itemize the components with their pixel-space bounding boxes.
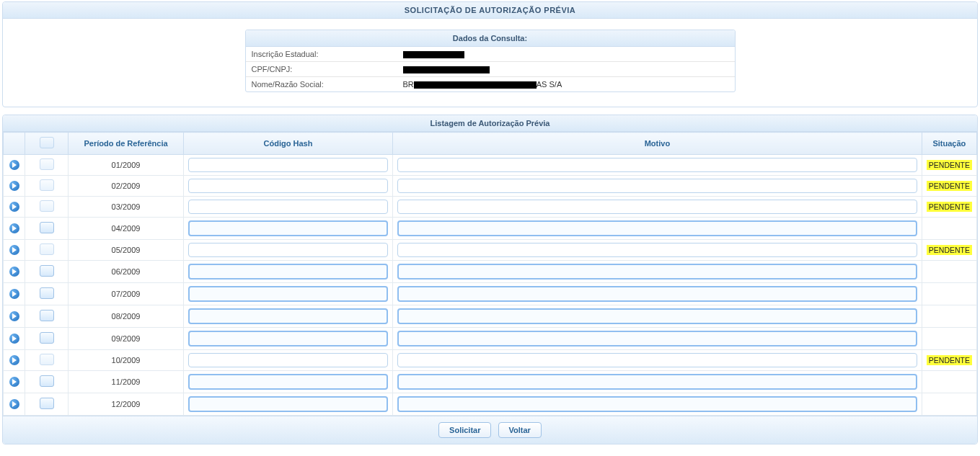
table-row: 12/2009 <box>4 393 977 416</box>
col-motivo-header: Motivo <box>393 133 922 155</box>
situacao-cell <box>922 305 976 328</box>
expand-row-icon[interactable] <box>9 289 19 299</box>
row-checkbox[interactable] <box>40 158 54 170</box>
motivo-input[interactable] <box>397 353 917 367</box>
row-checkbox[interactable] <box>40 310 54 321</box>
consulta-row: CPF/CNPJ: <box>246 62 735 77</box>
expand-row-icon[interactable] <box>9 181 19 191</box>
periodo-cell: 10/2009 <box>69 350 184 371</box>
row-checkbox[interactable] <box>40 287 54 299</box>
consulta-label: CPF/CNPJ: <box>246 62 397 76</box>
motivo-input[interactable] <box>397 308 917 324</box>
row-checkbox[interactable] <box>40 200 54 212</box>
periodo-cell: 12/2009 <box>69 393 184 416</box>
status-badge: PENDENTE <box>927 181 972 191</box>
codigo-hash-input[interactable] <box>188 220 388 236</box>
motivo-input[interactable] <box>397 200 917 214</box>
consulta-row: Inscrição Estadual: <box>246 47 735 62</box>
expand-row-icon[interactable] <box>9 160 19 170</box>
svg-marker-4 <box>12 247 17 253</box>
svg-marker-7 <box>12 313 17 319</box>
solicitar-button[interactable]: Solicitar <box>438 422 491 438</box>
row-checkbox[interactable] <box>40 222 54 233</box>
expand-row-icon[interactable] <box>9 267 19 277</box>
table-row: 09/2009 <box>4 328 977 350</box>
row-checkbox[interactable] <box>40 265 54 277</box>
situacao-cell: PENDENTE <box>922 350 976 371</box>
codigo-hash-input[interactable] <box>188 200 388 214</box>
codigo-hash-input[interactable] <box>188 374 388 390</box>
codigo-hash-input[interactable] <box>188 286 388 302</box>
listagem-panel: Listagem de Autorização Prévia Período d… <box>2 115 978 444</box>
row-checkbox[interactable] <box>40 354 54 365</box>
row-checkbox[interactable] <box>40 375 54 387</box>
motivo-input[interactable] <box>397 286 917 302</box>
periodo-cell: 05/2009 <box>69 240 184 261</box>
expand-row-icon[interactable] <box>9 355 19 365</box>
select-all-checkbox[interactable] <box>40 137 54 148</box>
listagem-title: Listagem de Autorização Prévia <box>3 115 977 132</box>
situacao-cell: PENDENTE <box>922 155 976 176</box>
col-hash-header: Código Hash <box>184 133 393 155</box>
motivo-input[interactable] <box>397 396 917 412</box>
periodo-cell: 02/2009 <box>69 176 184 197</box>
svg-marker-0 <box>12 162 17 168</box>
listagem-table: Período de Referência Código Hash Motivo… <box>3 132 977 416</box>
codigo-hash-input[interactable] <box>188 353 388 367</box>
row-checkbox[interactable] <box>40 243 54 255</box>
consulta-section: Dados da Consulta: Inscrição Estadual:CP… <box>3 19 977 107</box>
codigo-hash-input[interactable] <box>188 396 388 412</box>
expand-row-icon[interactable] <box>9 202 19 212</box>
codigo-hash-input[interactable] <box>188 264 388 280</box>
svg-marker-8 <box>12 336 17 341</box>
consulta-label: Nome/Razão Social: <box>246 77 397 91</box>
consulta-row: Nome/Razão Social:BRAS S/A <box>246 77 735 91</box>
codigo-hash-input[interactable] <box>188 158 388 172</box>
motivo-input[interactable] <box>397 158 917 172</box>
row-checkbox[interactable] <box>40 398 54 409</box>
table-row: 01/2009PENDENTE <box>4 155 977 176</box>
svg-marker-6 <box>12 291 17 297</box>
svg-marker-10 <box>12 379 17 385</box>
motivo-input[interactable] <box>397 374 917 390</box>
expand-row-icon[interactable] <box>9 377 19 387</box>
status-badge: PENDENTE <box>927 355 972 365</box>
periodo-cell: 09/2009 <box>69 328 184 350</box>
situacao-cell: PENDENTE <box>922 240 976 261</box>
row-checkbox[interactable] <box>40 332 54 344</box>
codigo-hash-input[interactable] <box>188 243 388 257</box>
action-bar: Solicitar Voltar <box>3 416 977 444</box>
svg-marker-3 <box>12 225 17 231</box>
svg-marker-9 <box>12 357 17 363</box>
expand-row-icon[interactable] <box>9 334 19 344</box>
col-expand-header <box>4 133 25 155</box>
consulta-value <box>397 47 735 61</box>
row-checkbox[interactable] <box>40 179 54 191</box>
codigo-hash-input[interactable] <box>188 331 388 347</box>
expand-row-icon[interactable] <box>9 245 19 255</box>
motivo-input[interactable] <box>397 243 917 257</box>
motivo-input[interactable] <box>397 331 917 347</box>
situacao-cell: PENDENTE <box>922 176 976 197</box>
situacao-cell <box>922 283 976 305</box>
expand-row-icon[interactable] <box>9 223 19 233</box>
motivo-input[interactable] <box>397 179 917 193</box>
table-row: 05/2009PENDENTE <box>4 240 977 261</box>
situacao-cell <box>922 218 976 240</box>
col-check-header <box>25 133 69 155</box>
expand-row-icon[interactable] <box>9 399 19 409</box>
motivo-input[interactable] <box>397 220 917 236</box>
motivo-input[interactable] <box>397 264 917 280</box>
situacao-cell <box>922 328 976 350</box>
periodo-cell: 01/2009 <box>69 155 184 176</box>
periodo-cell: 11/2009 <box>69 371 184 393</box>
expand-row-icon[interactable] <box>9 311 19 321</box>
svg-marker-11 <box>12 401 17 407</box>
main-panel: SOLICITAÇÃO DE AUTORIZAÇÃO PRÉVIA Dados … <box>2 1 978 107</box>
page-title: SOLICITAÇÃO DE AUTORIZAÇÃO PRÉVIA <box>3 2 977 19</box>
codigo-hash-input[interactable] <box>188 179 388 193</box>
table-row: 02/2009PENDENTE <box>4 176 977 197</box>
voltar-button[interactable]: Voltar <box>498 422 542 438</box>
codigo-hash-input[interactable] <box>188 308 388 324</box>
table-row: 10/2009PENDENTE <box>4 350 977 371</box>
